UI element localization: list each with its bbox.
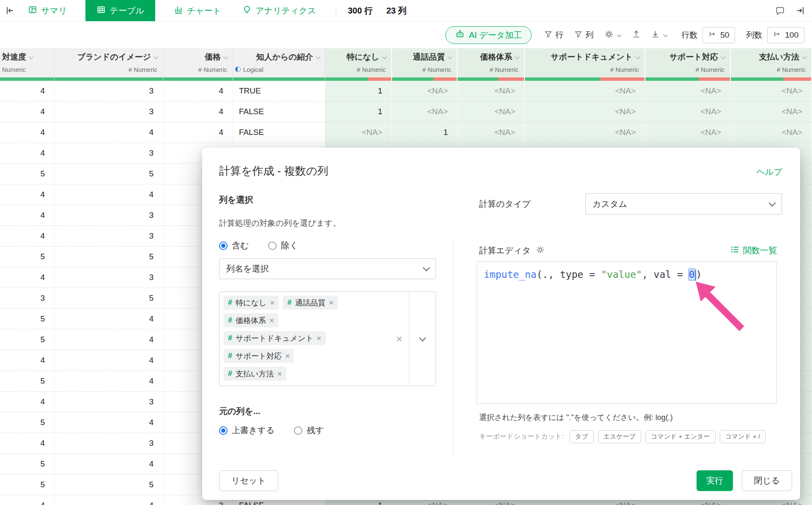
download-button[interactable] [651,30,667,41]
close-button[interactable]: 閉じる [742,470,792,491]
upload-button[interactable] [632,30,641,41]
chip-label: サポート対応 [236,351,282,361]
logical-icon [235,66,241,72]
table-cell: 3 [55,267,163,288]
sort-chevron-icon[interactable] [721,54,725,59]
remove-chip-icon[interactable]: × [270,298,274,307]
exclude-radio[interactable]: 除く [268,240,298,251]
column-header[interactable]: サポートドキュメント# Numeric [525,48,645,81]
table-cell: 5 [55,475,163,495]
shortcut-key: コマンド + エンター [645,430,716,443]
chevron-down-icon [769,199,776,206]
overwrite-radio[interactable]: 上書きする [219,425,274,436]
remove-chip-icon[interactable]: × [277,369,282,379]
column-header[interactable]: 価格# Numeric [163,48,233,81]
summary-icon [28,5,37,16]
sort-chevron-icon[interactable] [154,54,158,59]
chipbox-expand-button[interactable] [409,292,436,386]
sort-chevron-icon[interactable] [802,54,807,59]
collapse-left-icon[interactable] [5,5,15,16]
chip-label: 支払い方法 [236,369,274,379]
numeric-type-icon: # [228,316,232,325]
cols-per-page-box[interactable]: 100 [767,27,804,43]
column-header[interactable]: 支払い方法# Numeric [731,48,812,81]
table-cell: 5 [0,412,55,433]
calc-editor[interactable]: impute_na(., type = "value", val = 0) [477,261,777,404]
table-cell: 5 [0,454,55,475]
column-header[interactable]: 特になし# Numeric [325,48,392,81]
create-calculation-dialog: 計算を作成 - 複数の列 ヘルプ 列を選択 計算処理の対象の列を選びます。 含む… [202,148,800,500]
remove-chip-icon[interactable]: × [285,351,290,361]
column-name: 知人からの紹介 [233,48,325,66]
code-string: "value" [601,269,642,280]
filter-columns-button[interactable]: 列 [574,30,593,41]
robot-icon [455,29,465,41]
remove-chip-icon[interactable]: × [329,298,333,307]
run-button[interactable]: 実行 [697,470,733,491]
clear-all-chips-icon[interactable]: × [390,292,409,386]
table-cell: 5 [0,329,55,350]
shortcut-key: コマンド + / [720,430,766,443]
reset-button[interactable]: リセット [219,470,278,491]
editor-settings-gear-icon[interactable] [536,245,545,256]
code-text: ) [696,269,702,280]
tab-analytics[interactable]: アナリティクス [240,0,318,21]
table-cell: 1 [325,102,392,122]
column-header[interactable]: 通話品質# Numeric [392,48,458,81]
radio-unselected-icon [294,426,302,435]
sort-chevron-icon[interactable] [447,54,452,59]
remove-chip-icon[interactable]: × [317,334,321,343]
column-type: # Numeric [325,66,391,77]
table-settings-button[interactable] [604,30,621,41]
column-header[interactable]: 対速度Numeric [0,48,55,81]
column-name-dropdown[interactable]: 列名を選択 [219,258,436,279]
table-cell: 5 [0,475,55,495]
filter-rows-button[interactable]: 行 [544,30,563,41]
chevron-down-icon [419,334,426,341]
column-header[interactable]: 価格体系# Numeric [458,48,525,81]
radio-unselected-icon [268,242,277,250]
cols-per-page-value: 100 [785,30,798,40]
sort-chevron-icon[interactable] [315,54,320,59]
help-link[interactable]: ヘルプ [757,166,782,178]
remove-chip-icon[interactable]: × [269,316,274,325]
column-type: # Numeric [731,66,811,77]
column-header[interactable]: 知人からの紹介Logical [233,48,325,81]
dialog-column-divider [453,238,454,458]
sort-chevron-icon[interactable] [223,54,228,59]
sort-chevron-icon[interactable] [382,54,387,59]
table-cell: 3 [55,433,163,454]
chip-label: 特になし [236,298,266,308]
selected-columns-box[interactable]: #特になし×#通話品質×#価格体系×#サポートドキュメント×#サポート対応×#支… [219,291,436,386]
tab-chart[interactable]: チャート [171,0,224,21]
table-cell: 4 [163,122,233,143]
tab-summary[interactable]: サマリ [25,0,69,21]
table-cell: 4 [0,205,55,226]
column-header[interactable]: サポート対応# Numeric [645,48,731,81]
tab-table[interactable]: テーブル [85,0,155,21]
keep-radio[interactable]: 残す [294,425,324,436]
function-list-link[interactable]: 関数一覧 [730,245,777,256]
column-name: 価格体系 [458,48,524,66]
table-cell: 3 [55,81,163,102]
include-radio[interactable]: 含む [219,240,249,251]
sort-chevron-icon[interactable] [515,54,519,59]
chevron-down-icon [664,33,668,37]
data-quality-bar [55,77,163,81]
col-count: 23 列 [386,5,406,16]
table-cell: 5 [0,164,55,184]
tab-label: アナリティクス [255,5,316,16]
rows-per-page-box[interactable]: 50 [702,27,735,43]
table-icon [96,5,106,16]
column-type: Logical [233,66,325,77]
overwrite-keep-radios: 上書きする 残す [219,425,324,436]
comment-icon[interactable] [775,6,785,16]
sort-chevron-icon[interactable] [29,54,33,59]
table-cell: <NA> [525,102,645,122]
column-header[interactable]: ブランドのイメージ# Numeric [55,48,163,81]
ai-data-wrangling-button[interactable]: AI データ加工 [445,26,532,44]
calc-type-dropdown[interactable]: カスタム [585,193,782,214]
sort-chevron-icon[interactable] [635,54,640,59]
table-cell: 4 [0,184,55,205]
expand-right-icon[interactable] [795,5,805,16]
